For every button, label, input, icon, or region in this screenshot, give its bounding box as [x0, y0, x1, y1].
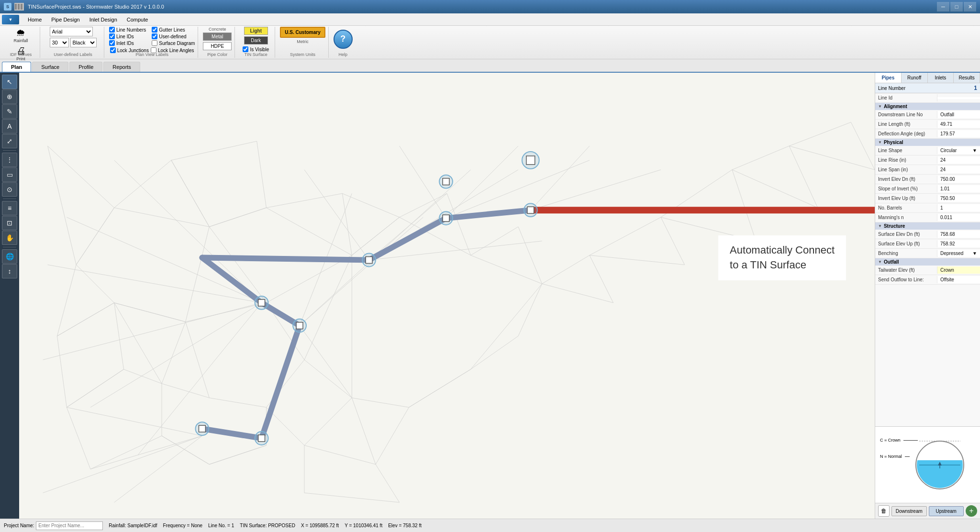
surface-elev-up-value[interactable]: 758.92 [937, 240, 980, 247]
hdpe-button[interactable]: HDPE [203, 42, 232, 50]
is-visible-checkbox[interactable] [243, 46, 248, 52]
tab-reports[interactable]: Reports [103, 62, 140, 72]
idf-curves-section: 🌧 Rainfall 🖨 Print IDF Curves [2, 27, 40, 58]
us-customary-button[interactable]: U.S. Customary [280, 27, 325, 38]
inlet-ids-checkbox[interactable] [109, 40, 115, 46]
tab-inlets[interactable]: Inlets [928, 73, 954, 83]
edit-tool[interactable]: ✎ [2, 104, 17, 119]
deflection-angle-value[interactable]: 179.57 [937, 130, 980, 137]
system-units-section: U.S. Customary Metric System Units [277, 27, 328, 58]
invert-elev-up-value[interactable]: 750.50 [937, 195, 980, 202]
outfall-header[interactable]: ▼ Outfall [875, 258, 980, 266]
upstream-button[interactable]: Upstream [929, 506, 964, 516]
svg-line-89 [43, 303, 262, 360]
svg-line-35 [162, 384, 209, 398]
light-button[interactable]: Light [244, 27, 268, 35]
globe-tool[interactable]: 🌐 [2, 249, 17, 264]
svg-line-38 [67, 407, 90, 469]
font-color-select[interactable]: Black [70, 38, 97, 47]
close-button[interactable]: ✕ [964, 2, 976, 11]
font-size-select[interactable]: 30 [50, 38, 69, 47]
tab-pipes[interactable]: Pipes [875, 73, 902, 83]
svg-line-17 [267, 208, 352, 255]
line-shape-value[interactable]: Circular▼ [937, 147, 980, 154]
add-button[interactable]: + [966, 505, 977, 517]
scale-tool[interactable]: ⤢ [2, 134, 17, 148]
menu-compute[interactable]: Compute [122, 16, 153, 23]
outfall-collapse-icon: ▼ [878, 260, 882, 264]
dark-button[interactable]: Dark [244, 36, 268, 44]
connect-tool[interactable]: ↕ [2, 264, 17, 278]
svg-line-114 [369, 218, 446, 260]
canvas-area[interactable]: Automatically Connect to a TIN Surface [19, 73, 875, 519]
line-id-value[interactable] [937, 97, 980, 99]
svg-line-75 [789, 146, 818, 208]
surface-diagram-checkbox[interactable] [152, 40, 157, 46]
downstream-button[interactable]: Downstream [891, 506, 927, 516]
help-button[interactable]: ? [334, 30, 353, 49]
gutter-lines-checkbox[interactable] [152, 27, 157, 33]
line-span-value[interactable]: 24 [937, 166, 980, 173]
downstream-line-value[interactable]: Outfall [937, 111, 980, 118]
mannings-n-value[interactable]: 0.011 [937, 214, 980, 221]
svg-line-65 [542, 255, 590, 284]
metal-button[interactable]: Metal [203, 33, 232, 41]
svg-line-28 [209, 227, 266, 303]
surface-elev-dn-value[interactable]: 758.68 [937, 231, 980, 238]
svg-line-34 [186, 322, 210, 398]
list-tool[interactable]: ≡ [2, 201, 17, 215]
svg-line-15 [267, 193, 343, 208]
line-rise-value[interactable]: 24 [937, 156, 980, 164]
minimize-button[interactable]: ─ [937, 2, 949, 11]
user-labels-section: Arial 30 Black User-defined Labels [42, 27, 104, 58]
tab-results[interactable]: Results [954, 73, 980, 83]
benching-value[interactable]: Depressed▼ [937, 250, 980, 257]
tailwater-elev-value[interactable]: Crown [937, 266, 980, 274]
lock-junctions-checkbox[interactable] [110, 47, 116, 53]
measure-tool[interactable]: ⋮ [2, 153, 17, 167]
svg-line-66 [590, 255, 613, 303]
help-section: ? Help [331, 27, 356, 58]
user-defined-checkbox[interactable] [152, 33, 157, 39]
quick-access-toolbar[interactable]: ▼ [2, 15, 19, 24]
line-numbers-checkbox[interactable] [109, 27, 115, 33]
maximize-button[interactable]: □ [950, 2, 963, 11]
tailwater-elev-row: Tailwater Elev (ft) Crown [875, 266, 980, 275]
project-name-input[interactable] [36, 521, 103, 530]
delete-button[interactable]: 🗑 [878, 505, 890, 517]
select-tool[interactable]: ↖ [2, 75, 17, 89]
structure-header[interactable]: ▼ Structure [875, 222, 980, 230]
rectangle-tool[interactable]: ▭ [2, 167, 17, 182]
send-outflow-value[interactable]: Offsite [937, 276, 980, 283]
font-name-select[interactable]: Arial [50, 27, 93, 36]
svg-line-76 [732, 170, 818, 208]
downstream-line-row: Downstream Line No Outfall [875, 110, 980, 120]
tab-runoff[interactable]: Runoff [902, 73, 928, 83]
svg-line-11 [171, 141, 257, 160]
text-tool[interactable]: A [2, 119, 17, 133]
physical-header[interactable]: ▼ Physical [875, 139, 980, 146]
zoom-tool[interactable]: ⊙ [2, 182, 17, 197]
add-pipe-tool[interactable]: ⊕ [2, 89, 17, 104]
svg-line-90 [90, 303, 262, 408]
slope-invert-value[interactable]: 1.01 [937, 185, 980, 192]
svg-line-107 [531, 146, 590, 210]
svg-line-3 [114, 160, 171, 208]
tab-profile[interactable]: Profile [69, 62, 102, 72]
invert-elev-dn-value[interactable]: 750.00 [937, 176, 980, 183]
line-ids-checkbox[interactable] [109, 33, 115, 39]
alignment-header[interactable]: ▼ Alignment [875, 103, 980, 110]
pan-tool[interactable]: ✋ [2, 231, 17, 245]
no-barrels-value[interactable]: 1 [937, 204, 980, 211]
grid-tool[interactable]: ⊡ [2, 216, 17, 230]
rainfall-button[interactable]: 🌧 Rainfall [11, 27, 30, 44]
tab-plan[interactable]: Plan [2, 62, 31, 72]
line-length-value[interactable]: 49.71 [937, 121, 980, 128]
tab-surface[interactable]: Surface [32, 62, 68, 72]
svg-line-55 [304, 398, 352, 445]
svg-line-79 [789, 146, 875, 170]
title-text: TINSurfaceProject.sws - Stormwater Studi… [28, 4, 164, 10]
menu-home[interactable]: Home [23, 16, 46, 23]
menu-pipe-design[interactable]: Pipe Design [46, 16, 84, 23]
menu-inlet-design[interactable]: Inlet Design [85, 16, 122, 23]
